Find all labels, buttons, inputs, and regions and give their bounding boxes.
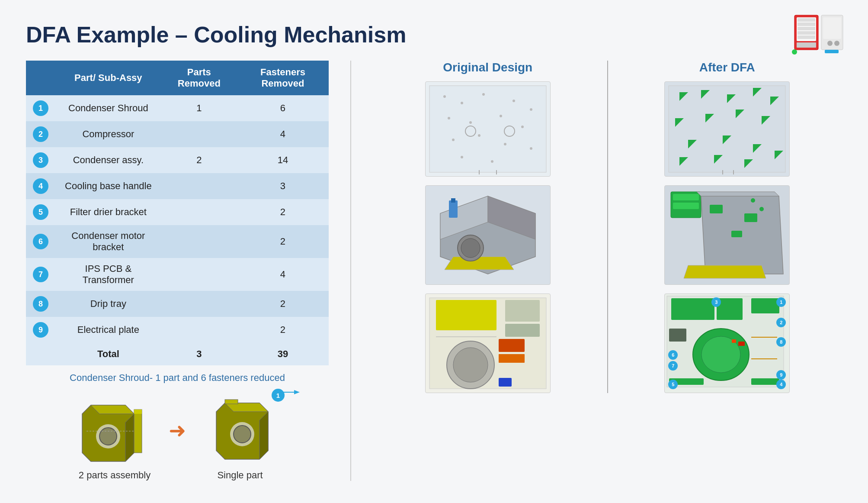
svg-rect-106 (669, 329, 686, 342)
svg-rect-30 (429, 86, 546, 172)
annotation-text: Condenser Shroud- 1 part and 6 fasteners… (26, 372, 329, 384)
left-panel: Part/ Sub-Assy Parts Removed Fasteners R… (26, 61, 329, 481)
svg-point-42 (504, 143, 506, 145)
svg-rect-12 (825, 50, 839, 53)
svg-point-44 (461, 156, 463, 158)
row-fasteners-removed: 14 (237, 147, 329, 173)
row-num-cell: 7 (26, 258, 55, 291)
new-assembly: 1 Single part (199, 392, 281, 481)
row-badge-8: 8 (33, 296, 48, 312)
svg-rect-99 (671, 298, 714, 320)
new-assembly-label: Single part (217, 470, 263, 481)
row-part-name: Compressor (55, 121, 161, 147)
row-parts-removed (161, 121, 237, 147)
svg-marker-29 (294, 390, 300, 394)
old-assembly-svg (74, 392, 156, 464)
svg-rect-55 (451, 198, 455, 203)
svg-point-36 (448, 117, 450, 119)
row-parts-removed (161, 258, 237, 291)
original-top-svg (427, 84, 548, 174)
original-design-images (373, 81, 603, 393)
row-fasteners-removed: 3 (237, 173, 329, 199)
row-fasteners-removed: 4 (237, 121, 329, 147)
row-num-cell: 2 (26, 121, 55, 147)
table-row: 7 IPS PCB & Transformer 4 (26, 258, 329, 291)
after-dfa-mid-svg (666, 187, 788, 283)
row-fasteners-removed: 2 (237, 199, 329, 225)
logo (790, 13, 846, 56)
svg-rect-60 (505, 300, 540, 322)
after-dfa-bottom-image: 3 1 2 8 6 7 5 9 4 (664, 293, 790, 393)
row-badge-3: 3 (33, 152, 48, 168)
row-badge-4: 4 (33, 178, 48, 194)
after-dfa-middle-image (664, 185, 790, 285)
row-num-cell: 1 (26, 95, 55, 121)
old-assembly-label: 2 parts assembly (79, 470, 151, 481)
table-row: 4 Cooling base handle 3 (26, 173, 329, 199)
row-part-name: Condenser motor bracket (55, 225, 161, 258)
svg-rect-27 (225, 400, 238, 404)
svg-rect-5 (798, 31, 815, 35)
row-part-name: Condenser assy. (55, 147, 161, 173)
svg-point-39 (521, 126, 524, 128)
svg-rect-92 (710, 205, 723, 213)
svg-marker-95 (684, 265, 766, 278)
arrow-icon: ➜ (169, 418, 186, 442)
svg-point-18 (99, 428, 117, 445)
designs-row: Original Design (373, 61, 842, 393)
svg-point-38 (500, 115, 502, 117)
svg-point-13 (792, 49, 797, 55)
table-header-num (26, 61, 55, 95)
table-row: 6 Condenser motor bracket 2 (26, 225, 329, 258)
after-dfa-top-svg (666, 84, 788, 174)
svg-rect-2 (798, 18, 815, 22)
table-header-fasteners-removed: Fasteners Removed (237, 61, 329, 95)
svg-point-41 (478, 134, 480, 137)
right-panel: Original Design (373, 61, 842, 393)
row-part-name: Condenser Shroud (55, 95, 161, 121)
row-part-name: Cooling base handle (55, 173, 161, 199)
row-fasteners-removed: 2 (237, 317, 329, 343)
svg-rect-64 (499, 339, 525, 352)
after-dfa-title: After DFA (699, 61, 755, 74)
original-design-col: Original Design (373, 61, 603, 393)
page-title: DFA Example – Cooling Mechanism (26, 22, 842, 48)
svg-rect-9 (823, 17, 841, 39)
new-assembly-svg (199, 392, 281, 464)
row-parts-removed (161, 291, 237, 317)
svg-point-31 (443, 95, 446, 98)
badge-arrow (279, 386, 301, 399)
row-part-name: Drip tray (55, 291, 161, 317)
svg-rect-59 (436, 300, 496, 330)
svg-rect-94 (731, 231, 742, 237)
row-num-cell: 4 (26, 173, 55, 199)
svg-point-63 (453, 348, 488, 382)
row-num-cell: 3 (26, 147, 55, 173)
svg-rect-3 (798, 23, 815, 26)
after-dfa-top-image (664, 81, 790, 177)
svg-rect-89 (673, 203, 699, 209)
row-parts-removed: 1 (161, 95, 237, 121)
design-col-divider (607, 61, 608, 393)
row-parts-removed: 2 (161, 147, 237, 173)
table-row: 9 Electrical plate 2 (26, 317, 329, 343)
svg-rect-105 (732, 339, 736, 343)
svg-rect-66 (499, 378, 512, 387)
original-mid-svg (427, 187, 548, 283)
row-fasteners-removed: 4 (237, 258, 329, 291)
dfa-table: Part/ Sub-Assy Parts Removed Fasteners R… (26, 61, 329, 365)
original-bot-svg (427, 296, 548, 391)
row-num-cell: 9 (26, 317, 55, 343)
after-dfa-images: 3 1 2 8 6 7 5 9 4 (612, 81, 842, 393)
table-header-part: Part/ Sub-Assy (55, 61, 161, 95)
svg-rect-4 (798, 27, 815, 30)
vertical-divider (350, 61, 351, 481)
svg-marker-24 (259, 412, 268, 459)
svg-rect-65 (499, 354, 525, 363)
row-parts-removed (161, 199, 237, 225)
svg-point-97 (759, 207, 764, 211)
svg-rect-93 (744, 213, 757, 222)
svg-point-11 (834, 41, 839, 46)
assembly-area: 2 parts assembly ➜ (26, 392, 329, 481)
svg-point-35 (530, 108, 532, 111)
